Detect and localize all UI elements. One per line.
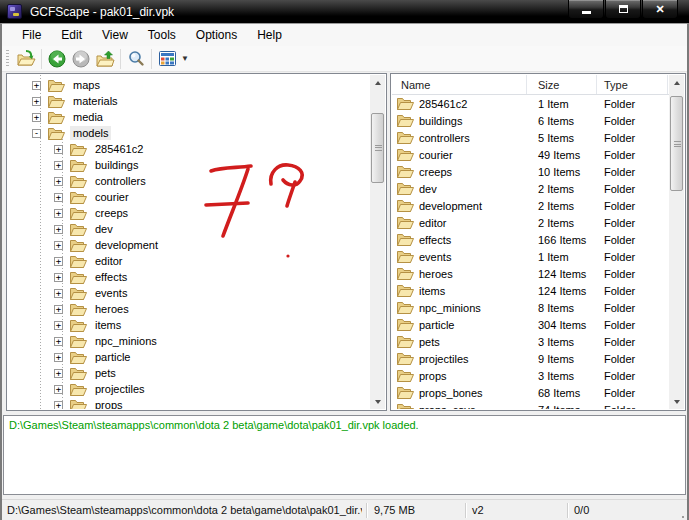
scroll-up-button[interactable] (669, 75, 684, 90)
menu-item-file[interactable]: File (12, 26, 51, 44)
tree-scrollbar[interactable] (370, 75, 385, 409)
list-row-events[interactable]: events1 ItemFolder (392, 248, 669, 265)
list-row-buildings[interactable]: buildings6 ItemsFolder (392, 112, 669, 129)
tree-item-buildings[interactable]: +buildings (8, 157, 370, 173)
up-button[interactable] (93, 48, 117, 70)
list-row-dev[interactable]: dev2 ItemsFolder (392, 180, 669, 197)
list-row-npc_minions[interactable]: npc_minions8 ItemsFolder (392, 299, 669, 316)
tree-item-development[interactable]: +development (8, 237, 370, 253)
tree-item-pets[interactable]: +pets (8, 365, 370, 381)
forward-button[interactable] (69, 48, 93, 70)
collapse-icon[interactable]: - (32, 129, 41, 138)
expand-icon[interactable]: + (54, 225, 63, 234)
tree-item-events[interactable]: +events (8, 285, 370, 301)
expand-icon[interactable]: + (54, 321, 63, 330)
expand-icon[interactable]: + (54, 193, 63, 202)
tree-item-controllers[interactable]: +controllers (8, 173, 370, 189)
view-mode-button[interactable] (155, 48, 179, 70)
scroll-up-button[interactable] (370, 75, 385, 90)
expand-icon[interactable]: + (54, 401, 63, 410)
tree-item-npc_minions[interactable]: +npc_minions (8, 333, 370, 349)
expand-icon[interactable]: + (32, 81, 41, 90)
tree-item-creeps[interactable]: +creeps (8, 205, 370, 221)
list-cell-name: dev (392, 182, 527, 195)
tree-item-285461c2[interactable]: +285461c2 (8, 141, 370, 157)
tree-item-materials[interactable]: +materials (8, 93, 370, 109)
list-scrollbar[interactable] (669, 75, 684, 409)
back-button[interactable] (45, 48, 69, 70)
tree-item-projectiles[interactable]: +projectiles (8, 381, 370, 397)
resize-grip[interactable] (682, 516, 684, 518)
column-header-size[interactable]: Size (527, 75, 597, 94)
list-row-effects[interactable]: effects166 ItemsFolder (392, 231, 669, 248)
list-cell-size: 5 Items (527, 132, 597, 144)
list-row-creeps[interactable]: creeps10 ItemsFolder (392, 163, 669, 180)
expand-icon[interactable]: + (54, 353, 63, 362)
expand-icon[interactable]: + (54, 145, 63, 154)
tree-item-label: editor (92, 254, 126, 268)
tree-item-heroes[interactable]: +heroes (8, 301, 370, 317)
tree-item-dev[interactable]: +dev (8, 221, 370, 237)
expand-icon[interactable]: + (54, 369, 63, 378)
open-button[interactable] (14, 48, 38, 70)
list-row-projectiles[interactable]: projectiles9 ItemsFolder (392, 350, 669, 367)
toolbar-grip[interactable] (6, 50, 9, 68)
scrollbar-thumb[interactable] (371, 113, 384, 183)
expand-icon[interactable]: + (54, 161, 63, 170)
list-row-editor[interactable]: editor2 ItemsFolder (392, 214, 669, 231)
search-button[interactable] (124, 48, 148, 70)
file-name-label: events (419, 251, 451, 263)
expand-icon[interactable]: + (54, 337, 63, 346)
expand-icon[interactable]: + (54, 241, 63, 250)
list-row-development[interactable]: development2 ItemsFolder (392, 197, 669, 214)
menu-item-tools[interactable]: Tools (138, 26, 186, 44)
expand-icon[interactable]: + (54, 273, 63, 282)
expand-icon[interactable]: + (32, 113, 41, 122)
list-row-pets[interactable]: pets3 ItemsFolder (392, 333, 669, 350)
expand-icon[interactable]: + (54, 289, 63, 298)
tree-item-models[interactable]: -models (8, 125, 370, 141)
close-button[interactable]: ✕ (642, 0, 678, 19)
scrollbar-thumb[interactable] (670, 96, 683, 191)
list-row-285461c2[interactable]: 285461c21 ItemFolder (392, 95, 669, 112)
dropdown-caret-icon[interactable]: ▼ (181, 54, 189, 63)
list-row-items[interactable]: items124 ItemsFolder (392, 282, 669, 299)
tree-item-props[interactable]: +props (8, 397, 370, 409)
file-name-label: editor (419, 217, 447, 229)
menu-item-options[interactable]: Options (186, 26, 247, 44)
menu-item-view[interactable]: View (92, 26, 138, 44)
tree-item-effects[interactable]: +effects (8, 269, 370, 285)
tree-item-courier[interactable]: +courier (8, 189, 370, 205)
arrow-down-icon (375, 400, 381, 404)
column-header-name[interactable]: Name (392, 75, 527, 94)
expand-icon[interactable]: + (54, 305, 63, 314)
list-row-particle[interactable]: particle304 ItemsFolder (392, 316, 669, 333)
expand-icon[interactable]: + (54, 257, 63, 266)
list-row-heroes[interactable]: heroes124 ItemsFolder (392, 265, 669, 282)
expand-icon[interactable]: + (54, 209, 63, 218)
list-cell-name: events (392, 250, 527, 263)
scroll-down-button[interactable] (669, 394, 684, 409)
expand-icon[interactable]: + (54, 385, 63, 394)
expand-icon[interactable]: + (54, 177, 63, 186)
status-file-path: D:\Games\Steam\steamapps\common\dota 2 b… (7, 504, 362, 516)
list-row-props_cave[interactable]: props_cave74 ItemsFolder (392, 401, 669, 409)
list-row-props_bones[interactable]: props_bones68 ItemsFolder (392, 384, 669, 401)
tree-item-maps[interactable]: +maps (8, 77, 370, 93)
tree-item-items[interactable]: +items (8, 317, 370, 333)
maximize-button[interactable] (605, 0, 641, 19)
list-row-props[interactable]: props3 ItemsFolder (392, 367, 669, 384)
tree-item-editor[interactable]: +editor (8, 253, 370, 269)
list-row-courier[interactable]: courier49 ItemsFolder (392, 146, 669, 163)
up-folder-icon (96, 50, 115, 67)
column-header-type[interactable]: Type (597, 75, 668, 94)
menu-item-edit[interactable]: Edit (51, 26, 92, 44)
scroll-down-button[interactable] (370, 394, 385, 409)
folder-icon (397, 369, 414, 382)
tree-item-media[interactable]: +media (8, 109, 370, 125)
menu-item-help[interactable]: Help (247, 26, 292, 44)
tree-item-particle[interactable]: +particle (8, 349, 370, 365)
minimize-button[interactable] (568, 0, 604, 19)
list-row-controllers[interactable]: controllers5 ItemsFolder (392, 129, 669, 146)
expand-icon[interactable]: + (32, 97, 41, 106)
